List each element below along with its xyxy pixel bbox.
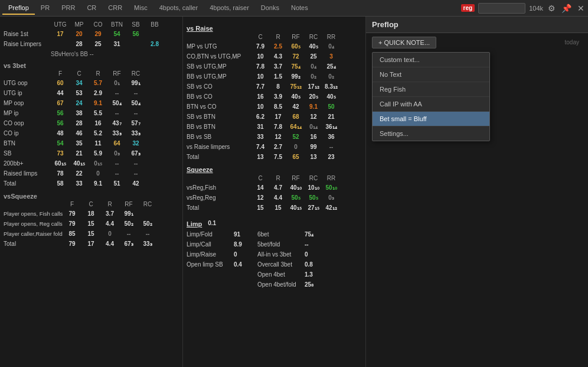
dropdown-reg-fish[interactable]: Reg Fish (373, 82, 489, 97)
vs3bet-200bb: 200bb+ 60₁₅ 40₁₅ 0₁₅ -- -- (4, 158, 179, 168)
limp-fold-row: Limp/Fold 91 (187, 229, 251, 239)
raise-first-row: Raise 1st 17 20 29 54 56 (4, 29, 179, 38)
dropdown-settings[interactable]: Settings... (373, 126, 489, 141)
raise-limpers-btn: 31 (107, 41, 126, 47)
vs-raise-row-cobtn: CO,BTN vs UTG,MP 10 4.3 72 25 3 (187, 51, 362, 61)
tab-donks[interactable]: Donks (255, 2, 285, 15)
search-input[interactable] (478, 3, 525, 14)
raise-limpers-co: 25 (89, 41, 107, 47)
dropdown-call-ip[interactable]: Call IP with AA (373, 97, 489, 112)
quick-note-area: + QUICK NOTE... Custom text... No Text R… (366, 33, 588, 52)
squeeze-col-headers: C R RF RC RR (251, 175, 362, 181)
tab-cr[interactable]: CR (81, 2, 102, 15)
limp-call-row: Limp/Call 8.9 (187, 239, 251, 249)
tab-preflop[interactable]: Preflop (2, 2, 35, 15)
stat-count: 104k (529, 5, 543, 12)
vs3bet-col-rf: RF (107, 70, 126, 77)
gear-icon[interactable]: ⚙ (547, 4, 557, 13)
vs3bet-utg-oop: UTG oop 60 34 5.7 0₁ 99₁ (4, 78, 179, 87)
5bet-fold-row: 5bet/fold -- (257, 239, 322, 249)
squeeze-reg-reg: vsReg,Reg 12 4.4 50₅ 50₅ 0₃ (187, 193, 362, 202)
main-content: UTG MP CO BTN SB BB Raise 1st 17 20 29 5… (0, 17, 588, 367)
hero-bb: SBvHero's BB -- (51, 51, 179, 57)
limp-val: 0.1 (208, 220, 216, 226)
vs3bet-utg-ip: UTG ip 44 53 2.9 -- -- (4, 88, 179, 98)
vs-squeeze-label: vsSqueeze (4, 193, 179, 200)
raise-limpers-mp: 28 (70, 41, 89, 47)
raise-limpers-label: Raise Limpers (4, 41, 51, 47)
6bet-row: 6bet 75₄ (257, 229, 322, 239)
limp-raise-row: Limp/Raise 0 (187, 249, 251, 259)
quick-note-button[interactable]: + QUICK NOTE... (372, 37, 436, 48)
dropdown-bet-small[interactable]: Bet small = Bluff (373, 112, 489, 126)
vs-raise-row-sb-btn: SB vs BTN 6.2 17 68 12 21 (187, 112, 362, 121)
vs-raise-row-sb-utgmp: SB vs UTG,MP 7.8 3.7 75₄ 0₄ 25₄ (187, 61, 362, 71)
limp-left-col: Limp/Fold 91 Limp/Call 8.9 Limp/Raise 0 … (187, 229, 251, 290)
tab-misc[interactable]: Misc (128, 2, 153, 15)
vssq-reg-calls: Player opens, Reg calls 79 15 4.4 50₂ 50… (4, 219, 179, 228)
vs-squeeze-col-headers: F C R RF RC (63, 201, 179, 207)
vs3bet-col-c: C (70, 70, 89, 77)
col-sb: SB (126, 21, 145, 28)
vs3bet-col-f: F (51, 70, 70, 77)
vs3bet-mp-oop: MP oop 67 24 9.1 50₄ 50₄ (4, 98, 179, 108)
squeeze-reg-fish: vsReg,Fish 14 4.7 40₁₀ 10₁₀ 50₁₀ (187, 183, 362, 192)
raise-first-mp: 20 (70, 31, 89, 37)
close-icon[interactable]: ✕ (576, 4, 586, 13)
left-panel: UTG MP CO BTN SB BB Raise 1st 17 20 29 5… (0, 17, 183, 367)
vs3bet-mp-ip: MP ip 56 38 5.5 -- -- (4, 108, 179, 118)
squeeze-total: Total 15 15 40₁₅ 27₁₅ 42₁₂ (187, 203, 362, 212)
open-limp-sb-row: Open limp SB 0.4 (187, 259, 251, 269)
vssq-total: Total 79 17 4.4 67₃ 33₃ (4, 239, 179, 248)
vs3bet-label: vs 3bet (4, 62, 179, 69)
right-panel: Preflop + QUICK NOTE... Custom text... N… (366, 17, 588, 367)
vs-raise-title: vs Raise (187, 25, 362, 32)
limp-title: Limp (187, 220, 202, 228)
col-utg: UTG (51, 21, 70, 28)
vs3bet-col-rc: RC (126, 70, 145, 77)
open-4bet-row: Open 4bet 1.3 (257, 269, 322, 279)
vssq-fish-calls: Player opens, Fish calls 79 18 3.7 99₁ (4, 209, 179, 218)
col-btn: BTN (107, 21, 126, 28)
col-headers: UTG MP CO BTN SB BB (51, 21, 179, 28)
tab-prr[interactable]: PRR (55, 2, 81, 15)
vs-raise-row-mp-utg: MP vs UTG 7.9 2.5 60₅ 40₅ 0₄ (187, 41, 362, 51)
raise-limpers-bb: 2.8 (145, 41, 164, 47)
col-mp: MP (70, 21, 89, 28)
tab-crr[interactable]: CRR (102, 2, 128, 15)
vssq-raiser-fold: Player caller,Raiser fold 85 15 0 -- -- (4, 229, 179, 238)
vs-raise-row-bb-sb: BB vs SB 33 12 52 16 36 (187, 132, 362, 141)
vs-raise-row-bb-co: BB vs CO 16 3.9 40₅ 20₅ 40₅ (187, 92, 362, 101)
squeeze-title: Squeeze (187, 166, 362, 173)
pin-icon[interactable]: 📌 (560, 4, 573, 13)
vs3bet-col-headers: F C R RF RC (51, 70, 179, 77)
preflop-title: Preflop (372, 20, 398, 29)
vs-raise-row-bb-utgmp: BB vs UTG,MP 10 1.5 99₂ 0₂ 0₂ (187, 72, 362, 81)
col-co: CO (89, 21, 107, 28)
limp-right-col: 6bet 75₄ 5bet/fold -- All-in vs 3bet 0 O… (257, 229, 322, 290)
vs-raise-col-headers: C R RF RC RR (251, 34, 362, 40)
vs3bet-sb: SB 73 21 5.9 0₃ 67₃ (4, 148, 179, 158)
col-bb: BB (145, 21, 164, 28)
overcall-3bet-row: Overcall 3bet 0.8 (257, 259, 322, 269)
mid-panel: vs Raise C R RF RC RR MP vs UTG 7.9 2.5 … (183, 17, 366, 367)
allin-vs-3bet-row: All-in vs 3bet 0 (257, 249, 322, 259)
vs-raise-row-bb-btn: BB vs BTN 31 7.8 64₁₄ 0₁₄ 36₁₄ (187, 122, 362, 131)
vs-raise-row-btn-co: BTN vs CO 10 8.5 42 9.1 50 (187, 102, 362, 111)
reg-badge: reg (461, 4, 475, 12)
dropdown-custom-text[interactable]: Custom text... (373, 53, 489, 67)
tab-4bpots-raiser[interactable]: 4bpots, raiser (204, 2, 255, 15)
raise-limpers-row: Raise Limpers 28 25 31 2.8 (4, 39, 179, 48)
tab-pr[interactable]: PR (35, 2, 55, 15)
vs3bet-col-r: R (89, 70, 107, 77)
vs3bet-total: Total 58 33 9.1 51 42 (4, 178, 179, 188)
open-4bet-fold-row: Open 4bet/fold 25₈ (257, 280, 322, 289)
dropdown-no-text[interactable]: No Text (373, 67, 489, 82)
vs3bet-btn: BTN 54 35 11 64 32 (4, 138, 179, 148)
vs-raise-row-sb-co: SB vs CO 7.7 8 75₁₂ 17₁₂ 8.3₁₂ (187, 82, 362, 91)
preflop-header: Preflop (366, 17, 588, 33)
today-label: today (565, 39, 579, 46)
vs-raise-row-limpers: vs Raise limpers 7.4 2.7 0 99 -- (187, 142, 362, 151)
tab-notes[interactable]: Notes (285, 2, 314, 15)
tab-4bpots-caller[interactable]: 4bpots, caller (153, 2, 204, 15)
